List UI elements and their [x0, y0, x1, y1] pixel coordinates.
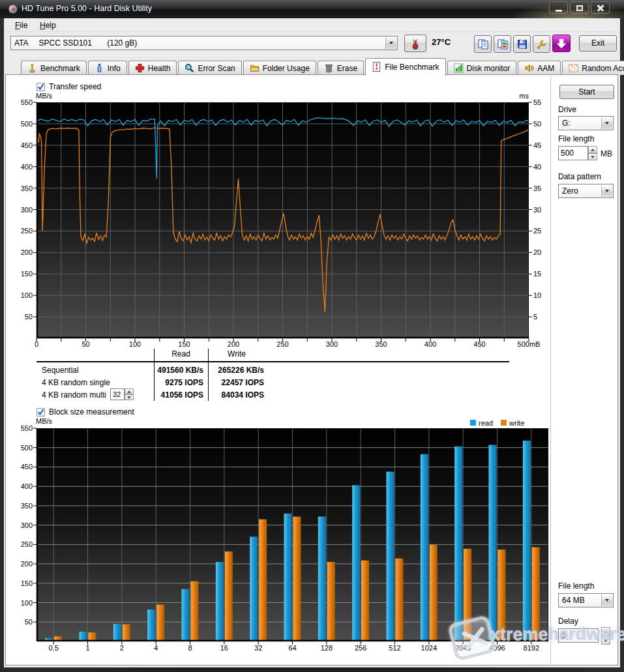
tab-label: Error Scan — [198, 64, 235, 73]
tab-file-benchmark[interactable]: File Benchmark — [365, 58, 445, 76]
tab-info[interactable]: Info — [88, 61, 127, 75]
drive-select-value: ATA SPCC SSD101 (120 gB) — [11, 37, 397, 50]
delay-spin-up[interactable] — [601, 627, 610, 635]
save-button[interactable] — [513, 35, 531, 53]
erase-icon — [324, 63, 334, 73]
save-icon — [516, 38, 528, 50]
options-button[interactable] — [533, 35, 550, 53]
bottom-chart-xtick: 16 — [210, 644, 239, 652]
copy-image-button[interactable] — [494, 35, 511, 53]
transfer-speed-chart — [33, 102, 533, 342]
multi-queue-down[interactable] — [125, 394, 134, 400]
bottom-chart-ytick: 500 — [14, 444, 33, 452]
copy-text-button[interactable] — [474, 35, 492, 53]
temperature-value: 27°C — [432, 37, 451, 47]
tab-error-scan[interactable]: Error Scan — [178, 61, 241, 75]
top-chart-ytick-left: 250 — [14, 227, 33, 235]
top-chart-xtick: 400 — [417, 340, 443, 348]
data-pattern-label: Data pattern — [558, 172, 601, 181]
block-size-checkbox[interactable]: Block size measurement — [37, 407, 134, 416]
results-header-rule — [37, 361, 509, 362]
maximize-icon — [576, 5, 583, 11]
top-chart-ytick-left: 350 — [14, 184, 33, 192]
tab-label: Folder Usage — [263, 64, 310, 73]
tab-erase[interactable]: Erase — [318, 61, 364, 75]
file-length2-arrow[interactable] — [601, 594, 612, 606]
transfer-speed-checkbox[interactable]: Transfer speed — [37, 82, 101, 91]
top-chart-ytick-right: 30 — [533, 206, 549, 214]
start-button[interactable]: Start — [559, 85, 614, 99]
top-chart-ytick-right: 50 — [533, 120, 549, 128]
file-length2-combo[interactable]: 64 MB — [558, 593, 614, 607]
write-legend-swatch — [501, 420, 507, 426]
tab-label: Random Access — [582, 64, 624, 73]
delay-spin-down[interactable] — [601, 636, 610, 645]
temperature-button[interactable] — [404, 35, 426, 52]
read-legend-swatch — [470, 420, 476, 426]
drive-combo-arrow[interactable] — [601, 117, 612, 129]
result-row-label: 4 KB random single — [42, 378, 110, 387]
file-length-spin-up[interactable] — [588, 146, 597, 153]
multi-queue-input[interactable] — [110, 388, 125, 400]
top-chart-xtick: 150 — [171, 340, 198, 348]
delay-label: Delay — [558, 617, 578, 626]
delay-input[interactable] — [558, 628, 599, 643]
delay-spinner[interactable] — [601, 627, 610, 645]
tab-random-access[interactable]: Random Access — [562, 61, 624, 75]
tools-icon — [536, 38, 548, 50]
tab-label: Disk monitor — [467, 64, 511, 73]
bottom-chart-ytick: 250 — [14, 540, 33, 548]
tab-folder-usage[interactable]: Folder Usage — [243, 61, 316, 75]
tab-benchmark[interactable]: Benchmark — [21, 61, 87, 75]
drive-combo[interactable]: G: — [558, 116, 614, 130]
info-icon — [95, 63, 104, 73]
results-col-read: Read — [154, 349, 208, 358]
results-divider — [208, 349, 209, 401]
file-length-spin-down[interactable] — [588, 153, 597, 160]
result-row-label: Sequential — [42, 366, 79, 375]
disk-monitor-icon — [454, 63, 464, 73]
multi-queue-up[interactable] — [125, 388, 134, 394]
file-length-input[interactable] — [558, 146, 588, 160]
drive-label: Drive — [558, 105, 576, 114]
top-chart-ytick-left: 200 — [14, 248, 33, 256]
title-bar: HD Tune Pro 5.00 - Hard Disk Utility — [0, 0, 624, 18]
top-chart-ytick-right: 45 — [533, 141, 549, 149]
drive-select-arrow[interactable] — [385, 37, 396, 49]
tab-aam[interactable]: AAM — [518, 61, 561, 75]
download-button[interactable] — [552, 35, 571, 52]
bottom-chart-ytick: 200 — [14, 560, 33, 568]
multi-queue-spinner[interactable] — [125, 388, 134, 400]
bottom-chart-xtick: 1 — [74, 644, 102, 652]
tab-label: AAM — [537, 64, 554, 73]
bottom-chart-xtick: 256 — [346, 644, 375, 652]
close-button[interactable] — [591, 1, 610, 14]
tab-disk-monitor[interactable]: Disk monitor — [447, 61, 517, 75]
data-pattern-arrow[interactable] — [601, 185, 612, 197]
data-pattern-combo[interactable]: Zero — [558, 184, 614, 198]
exit-button[interactable]: Exit — [579, 35, 617, 51]
top-chart-ytick-right: 15 — [533, 270, 549, 278]
file-length-spinner[interactable] — [588, 146, 597, 160]
maximize-button[interactable] — [570, 1, 589, 14]
top-chart-xtick: 450 — [467, 340, 493, 348]
bottom-chart-xtick: 4096 — [483, 644, 512, 652]
bottom-chart-y-axis-title: MB/s — [36, 417, 52, 425]
top-chart-ytick-left: 150 — [14, 270, 33, 278]
client-area: FileHelp ATA SPCC SSD101 (120 gB) 27°C E… — [4, 18, 620, 667]
tab-label: Info — [108, 64, 121, 73]
bottom-chart-xtick: 0.5 — [39, 644, 68, 652]
tab-strip: BenchmarkInfoHealthError ScanFolder Usag… — [21, 57, 624, 75]
tab-health[interactable]: Health — [128, 61, 177, 75]
top-chart-xtick: 250 — [270, 340, 296, 348]
thermometer-icon — [410, 37, 421, 50]
menu-file[interactable]: File — [12, 20, 31, 31]
download-icon — [556, 38, 567, 50]
tab-label: File Benchmark — [385, 63, 439, 72]
drive-select-combo[interactable]: ATA SPCC SSD101 (120 gB) — [10, 36, 398, 50]
checkbox-check-icon — [37, 408, 45, 416]
error-scan-icon — [185, 63, 194, 73]
menu-help[interactable]: Help — [37, 20, 59, 31]
minimize-button[interactable] — [549, 1, 568, 14]
bottom-chart-ytick: 300 — [14, 521, 33, 529]
